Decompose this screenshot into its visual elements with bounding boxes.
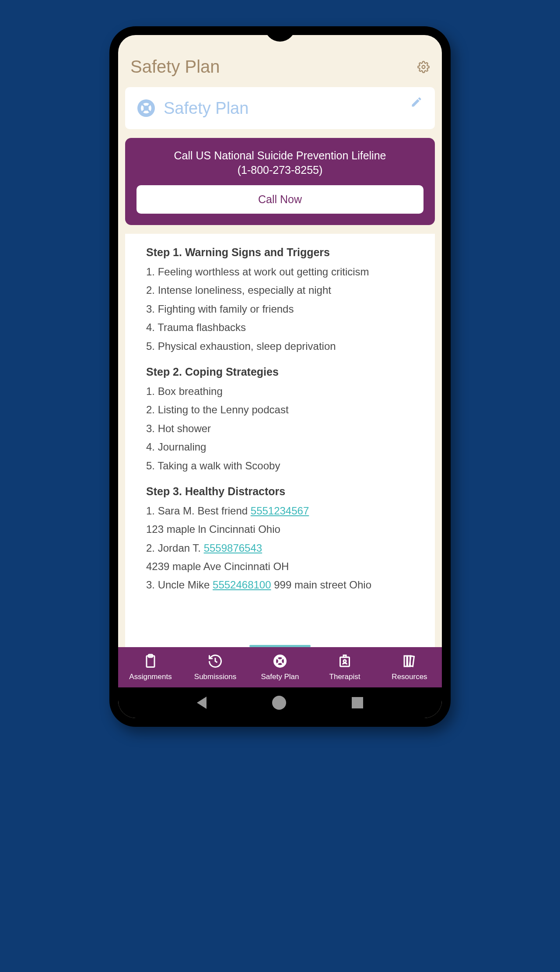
lifeline-number: (1-800-273-8255): [136, 164, 424, 176]
nav-resources[interactable]: Resources: [379, 653, 440, 681]
nav-label: Resources: [392, 673, 427, 681]
system-back-button[interactable]: [197, 697, 206, 709]
list-item: 123 maple ln Cincinnati Ohio: [146, 522, 419, 536]
list-item: 5. Physical exhaustion, sleep deprivatio…: [146, 339, 419, 353]
list-item: 2. Listing to the Lenny podcast: [146, 403, 419, 417]
step-1-block: Step 1. Warning Signs and Triggers 1. Fe…: [146, 246, 419, 353]
lifeline-title: Call US National Suicide Prevention Life…: [136, 149, 424, 162]
list-item: 4. Trauma flashbacks: [146, 320, 419, 335]
content-area: Step 1. Warning Signs and Triggers 1. Fe…: [125, 234, 435, 647]
nav-therapist[interactable]: Therapist: [314, 653, 375, 681]
list-item: 2. Jordan T. 5559876543: [146, 541, 419, 555]
svg-rect-6: [404, 656, 407, 666]
phone-link[interactable]: 5559876543: [204, 542, 262, 554]
nav-submissions[interactable]: Submissions: [185, 653, 246, 681]
card-title: Safety Plan: [164, 99, 248, 118]
list-item: 2. Intense loneliness, especially at nig…: [146, 283, 419, 297]
list-item: 1. Sara M. Best friend 5551234567: [146, 504, 419, 518]
list-item: 3. Uncle Mike 5552468100 999 main street…: [146, 578, 419, 592]
gear-icon[interactable]: [417, 61, 430, 73]
list-item: 5. Taking a walk with Scooby: [146, 459, 419, 473]
page-title: Safety Plan: [130, 57, 220, 77]
nav-label: Therapist: [329, 673, 360, 681]
pencil-icon[interactable]: [410, 96, 423, 108]
life-ring-icon: [272, 653, 288, 669]
svg-rect-4: [343, 655, 346, 658]
nav-assignments[interactable]: Assignments: [120, 653, 181, 681]
clipboard-icon: [143, 653, 158, 669]
list-item: 4239 maple Ave Cincinnati OH: [146, 560, 419, 574]
system-recent-button[interactable]: [352, 697, 363, 708]
list-item: 1. Feeling worthless at work out getting…: [146, 265, 419, 279]
step-1-title: Step 1. Warning Signs and Triggers: [146, 246, 419, 259]
svg-point-5: [343, 660, 346, 662]
step-3-block: Step 3. Healthy Distractors 1. Sara M. B…: [146, 485, 419, 592]
life-ring-icon: [136, 98, 157, 119]
system-home-button[interactable]: [272, 696, 286, 710]
phone-frame: Safety Plan Safety Plan Ca: [109, 26, 451, 727]
step-2-block: Step 2. Coping Strategies 1. Box breathi…: [146, 366, 419, 473]
lifeline-panel: Call US National Suicide Prevention Life…: [125, 138, 435, 225]
phone-screen: Safety Plan Safety Plan Ca: [118, 35, 442, 718]
nav-safety-plan[interactable]: Safety Plan: [249, 653, 311, 681]
svg-point-0: [422, 65, 425, 68]
app-header: Safety Plan: [118, 35, 442, 87]
bottom-nav: Assignments Submissions Safety Plan Ther…: [118, 647, 442, 687]
step-3-title: Step 3. Healthy Distractors: [146, 485, 419, 498]
nav-active-indicator: [249, 645, 311, 647]
id-badge-icon: [337, 653, 353, 669]
list-item: 1. Box breathing: [146, 384, 419, 398]
call-now-button[interactable]: Call Now: [136, 185, 424, 214]
nav-label: Assignments: [129, 673, 172, 681]
history-icon: [207, 653, 223, 669]
android-system-bar: [118, 687, 442, 718]
list-item: 3. Fighting with family or friends: [146, 302, 419, 316]
nav-label: Submissions: [194, 673, 236, 681]
books-icon: [402, 653, 417, 669]
phone-link[interactable]: 5551234567: [251, 505, 309, 517]
step-2-title: Step 2. Coping Strategies: [146, 366, 419, 378]
phone-link[interactable]: 5552468100: [213, 579, 271, 591]
nav-label: Safety Plan: [261, 673, 299, 681]
safety-plan-card: Safety Plan: [125, 87, 435, 129]
list-item: 3. Hot shower: [146, 422, 419, 436]
list-item: 4. Journaling: [146, 440, 419, 454]
